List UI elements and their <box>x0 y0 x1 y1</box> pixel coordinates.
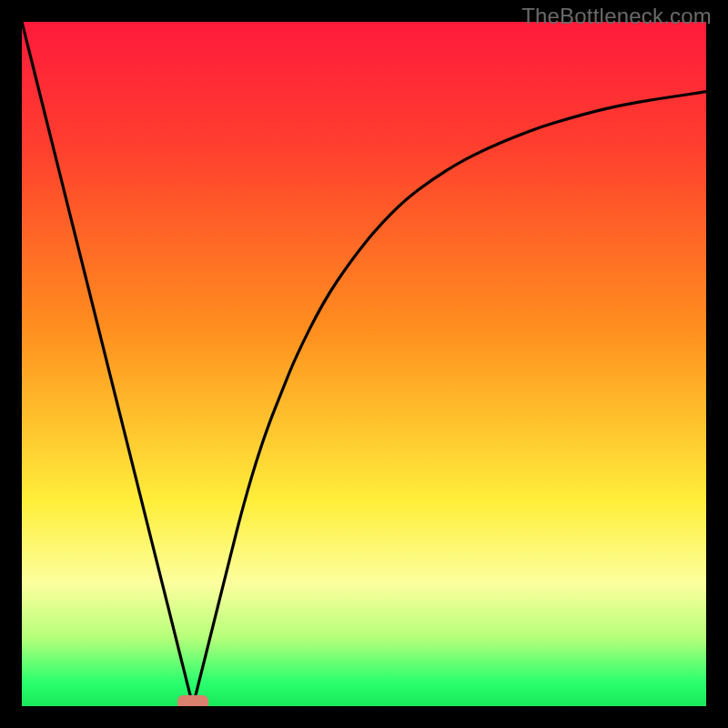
plot-area <box>22 22 706 706</box>
chart-svg <box>22 22 706 706</box>
gradient-background <box>22 22 706 706</box>
brand-watermark: TheBottleneck.com <box>521 4 712 29</box>
optimal-marker <box>177 695 208 706</box>
chart-frame: TheBottleneck.com <box>0 0 728 728</box>
